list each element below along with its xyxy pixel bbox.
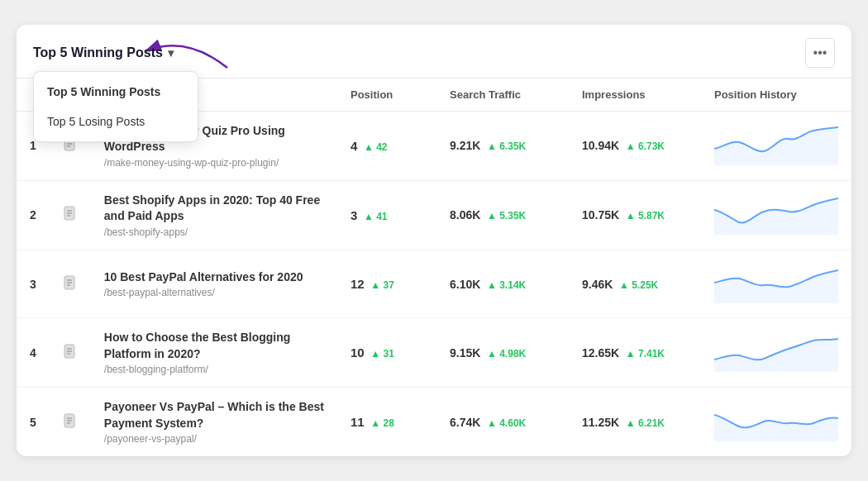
rank-cell: 4 xyxy=(17,318,50,388)
impressions-value: 12.65K xyxy=(582,346,619,360)
position-value: 11 xyxy=(351,415,365,429)
col-search-traffic: Search Traffic xyxy=(436,79,569,112)
title-dropdown-button[interactable]: Top 5 Winning Posts ▾ xyxy=(33,45,174,60)
position-value: 3 xyxy=(351,208,357,222)
position-change: ▲ 42 xyxy=(364,141,388,153)
col-position: Position xyxy=(337,79,436,112)
impressions-cell: 11.25K ▲ 6.21K xyxy=(569,388,701,457)
sparkline-cell xyxy=(701,111,851,180)
traffic-value: 9.15K xyxy=(450,346,480,360)
dropdown-menu: Top 5 Winning Posts Top 5 Losing Posts xyxy=(33,71,198,142)
rank-cell: 2 xyxy=(17,180,50,250)
sparkline-cell xyxy=(701,180,851,250)
traffic-cell: 9.15K ▲ 4.98K xyxy=(436,318,569,388)
more-options-button[interactable]: ••• xyxy=(805,38,835,68)
post-cell[interactable]: Payoneer Vs PayPal – Which is the Best P… xyxy=(91,388,337,457)
sparkline-cell xyxy=(701,250,851,318)
traffic-value: 8.06K xyxy=(450,208,480,221)
post-icon-cell xyxy=(50,388,91,457)
position-cell: 4 ▲ 42 xyxy=(337,111,436,180)
sparkline-chart xyxy=(714,124,838,165)
rank-cell: 3 xyxy=(17,250,50,318)
post-icon-cell xyxy=(50,250,91,318)
dropdown-item-winning[interactable]: Top 5 Winning Posts xyxy=(34,77,198,107)
position-value: 10 xyxy=(351,345,365,360)
impressions-change: ▲ 5.25K xyxy=(619,279,658,291)
post-url: /best-blogging-platform/ xyxy=(104,364,324,375)
post-title: Best Shopify Apps in 2020: Top 40 Free a… xyxy=(104,193,324,225)
dropdown-item-losing[interactable]: Top 5 Losing Posts xyxy=(34,107,198,136)
impressions-cell: 12.65K ▲ 7.41K xyxy=(569,318,701,388)
post-cell[interactable]: 10 Best PayPal Alternatives for 2020 /be… xyxy=(91,250,337,318)
sparkline-chart xyxy=(714,193,838,235)
position-change: ▲ 41 xyxy=(364,211,388,222)
post-title: 10 Best PayPal Alternatives for 2020 xyxy=(104,269,324,286)
impressions-value: 11.25K xyxy=(582,416,619,429)
traffic-value: 9.21K xyxy=(450,139,480,152)
impressions-change: ▲ 6.73K xyxy=(626,140,665,152)
post-title: Payoneer Vs PayPal – Which is the Best P… xyxy=(104,399,324,431)
impressions-cell: 10.75K ▲ 5.87K xyxy=(569,180,701,250)
traffic-change: ▲ 4.60K xyxy=(487,417,526,429)
sparkline-chart xyxy=(714,262,838,303)
post-url: /make-money-using-wp-quiz-pro-plugin/ xyxy=(104,157,324,169)
sparkline-chart xyxy=(714,331,838,372)
position-value: 4 xyxy=(351,139,357,153)
post-cell[interactable]: Best Shopify Apps in 2020: Top 40 Free a… xyxy=(91,180,337,250)
traffic-change: ▲ 4.98K xyxy=(487,348,526,360)
post-cell[interactable]: How to Choose the Best Blogging Platform… xyxy=(91,318,337,388)
sparkline-cell xyxy=(701,388,851,457)
ellipsis-icon: ••• xyxy=(813,45,827,60)
position-cell: 10 ▲ 31 xyxy=(337,318,436,388)
table-row: 2 Best Shopify Apps in 2020: Top 40 Free… xyxy=(17,180,851,250)
impressions-change: ▲ 5.87K xyxy=(626,210,665,221)
card-header: Top 5 Winning Posts ▾ ••• Top 5 Winning … xyxy=(17,25,851,79)
col-position-history: Position History xyxy=(701,79,851,112)
table-row: 4 How to Choose the Best Blogging Platfo… xyxy=(17,318,851,388)
sparkline-chart xyxy=(714,400,838,441)
position-value: 12 xyxy=(351,277,365,291)
document-icon xyxy=(63,206,78,221)
post-icon-cell xyxy=(50,180,91,250)
traffic-change: ▲ 3.14K xyxy=(487,279,526,291)
impressions-value: 10.94K xyxy=(582,139,619,152)
traffic-value: 6.74K xyxy=(450,416,480,429)
position-cell: 12 ▲ 37 xyxy=(337,250,436,318)
table-row: 5 Payoneer Vs PayPal – Which is the Best… xyxy=(17,388,851,457)
traffic-change: ▲ 5.35K xyxy=(487,210,526,221)
traffic-cell: 6.10K ▲ 3.14K xyxy=(436,250,569,318)
impressions-cell: 9.46K ▲ 5.25K xyxy=(569,250,701,318)
position-cell: 3 ▲ 41 xyxy=(337,180,436,250)
impressions-value: 9.46K xyxy=(582,278,613,291)
position-change: ▲ 31 xyxy=(370,348,394,360)
header-title: Top 5 Winning Posts xyxy=(33,45,163,60)
impressions-change: ▲ 7.41K xyxy=(626,348,665,360)
traffic-value: 6.10K xyxy=(450,278,480,291)
impressions-change: ▲ 6.21K xyxy=(626,417,665,429)
post-url: /best-shopify-apps/ xyxy=(104,226,324,238)
post-title: How to Choose the Best Blogging Platform… xyxy=(104,330,324,362)
sparkline-cell xyxy=(701,318,851,388)
traffic-change: ▲ 6.35K xyxy=(487,140,526,152)
impressions-value: 10.75K xyxy=(582,208,619,221)
document-icon xyxy=(63,344,78,359)
post-icon-cell xyxy=(50,318,91,388)
position-change: ▲ 37 xyxy=(370,279,394,291)
post-url: /best-paypal-alternatives/ xyxy=(104,287,324,298)
traffic-cell: 6.74K ▲ 4.60K xyxy=(436,388,569,457)
impressions-cell: 10.94K ▲ 6.73K xyxy=(569,111,701,180)
rank-cell: 5 xyxy=(17,388,50,457)
position-change: ▲ 28 xyxy=(370,417,394,429)
post-url: /payoneer-vs-paypal/ xyxy=(104,433,324,445)
position-cell: 11 ▲ 28 xyxy=(337,388,436,457)
col-impressions: Impressions xyxy=(569,79,701,112)
table-row: 3 10 Best PayPal Alternatives for 2020 /… xyxy=(17,250,851,318)
document-icon xyxy=(63,275,78,290)
document-icon xyxy=(63,413,78,428)
main-card: Top 5 Winning Posts ▾ ••• Top 5 Winning … xyxy=(17,25,851,457)
traffic-cell: 8.06K ▲ 5.35K xyxy=(436,180,569,250)
chevron-down-icon: ▾ xyxy=(168,46,174,60)
traffic-cell: 9.21K ▲ 6.35K xyxy=(436,111,569,180)
